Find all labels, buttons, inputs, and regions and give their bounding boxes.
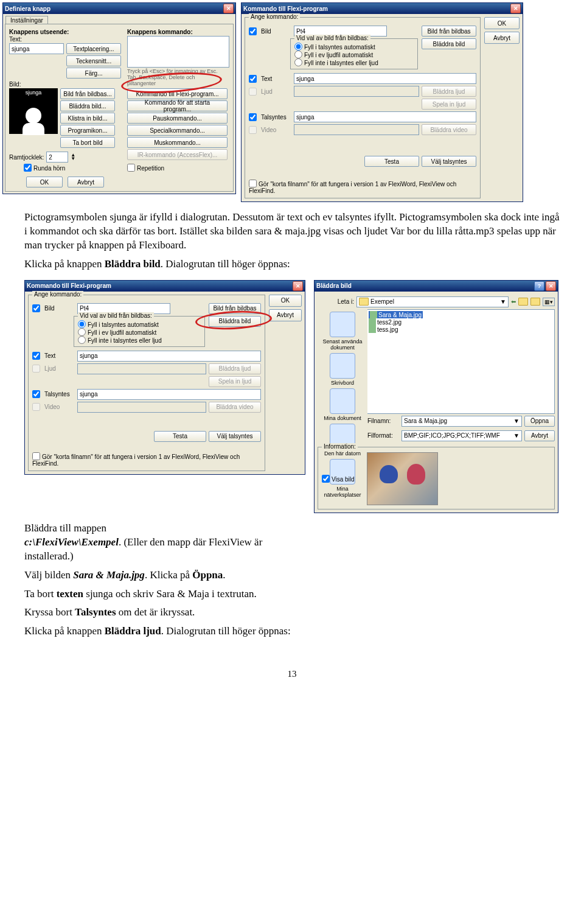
valj-talsyntes-button[interactable]: Välj talsyntes: [422, 156, 476, 167]
titlebar[interactable]: Definiera knapp ✕: [3, 3, 235, 14]
close-icon[interactable]: ✕: [293, 281, 303, 291]
color-button[interactable]: Färg...: [66, 68, 121, 79]
bild-checkbox[interactable]: [249, 27, 257, 35]
flexi-command-dialog: Kommando till Flexi-program ✕ Ange komma…: [241, 2, 523, 202]
info-label: Information:: [322, 443, 358, 450]
mouse-cmd-button[interactable]: Muskommando...: [127, 137, 228, 148]
bild-from-db-button[interactable]: Bild från bildbas: [209, 303, 261, 314]
text-input[interactable]: [294, 73, 476, 84]
font-button[interactable]: Teckensnitt...: [66, 55, 121, 66]
ljud-label: Ljud: [44, 365, 75, 372]
flexi-cmd-button[interactable]: Kommando till Flexi-program...: [127, 88, 228, 99]
bild-checkbox[interactable]: [32, 304, 40, 312]
image-preview: [367, 452, 438, 505]
define-button-dialog: Definiera knapp ✕ Inställningar Knappens…: [2, 2, 236, 194]
ljud-checkbox: [249, 88, 257, 96]
pause-cmd-button[interactable]: Pauskommando...: [127, 113, 228, 124]
opt3-label: Fyll inte i talsyntes eller ljud: [304, 60, 378, 66]
titlebar[interactable]: Kommando till Flexi-program ✕: [242, 3, 523, 14]
titlebar[interactable]: Bläddra bild ? ✕: [315, 281, 558, 292]
testa-button[interactable]: Testa: [364, 156, 419, 167]
browse-ljud-button: Bläddra ljud: [209, 363, 261, 374]
browse-pic-button[interactable]: Bläddra bild...: [60, 100, 115, 111]
filetype-select[interactable]: BMP;GIF;ICO;JPG;PCX;TIFF;WMF▼: [401, 430, 522, 441]
ok-button[interactable]: OK: [484, 17, 520, 29]
pictogram-preview: sjunga: [9, 88, 58, 134]
text-checkbox[interactable]: [249, 75, 257, 83]
sidebar-mydocs[interactable]: Mina dokument: [318, 388, 367, 421]
help-icon[interactable]: ?: [534, 281, 544, 291]
text-placement-button[interactable]: Textplacering...: [66, 43, 121, 54]
opt3-radio[interactable]: [294, 58, 302, 66]
frame-thick-input[interactable]: [46, 152, 68, 163]
command-box[interactable]: [127, 36, 229, 68]
file-list[interactable]: Sara & Maja.jpg tess2.jpg tess.jpg: [367, 309, 555, 414]
bild-from-db-button[interactable]: Bild från bildbas: [422, 26, 476, 37]
back-icon[interactable]: ⬅: [511, 298, 516, 305]
repetition-checkbox[interactable]: [127, 164, 135, 172]
round-corners-checkbox[interactable]: [24, 164, 32, 172]
ir-cmd-button: IR-kommando (AccessFlex)...: [127, 149, 228, 160]
talsyntes-input[interactable]: [77, 389, 261, 400]
flexi-command-dialog-copy: Kommando till Flexi-program ✕ Ange komma…: [24, 280, 305, 475]
record-ljud-button: Spela in ljud: [209, 376, 261, 387]
label-text: Text:: [9, 36, 121, 43]
file-item[interactable]: tess.jpg: [369, 326, 553, 333]
image-file-icon: [369, 318, 376, 326]
sidebar-desktop[interactable]: Skrivbord: [318, 353, 367, 386]
tab-settings[interactable]: Inställningar: [5, 16, 48, 24]
opt3-radio[interactable]: [78, 336, 86, 344]
group-label: Ange kommando:: [249, 13, 300, 20]
open-button[interactable]: Öppna: [524, 416, 555, 427]
filename-input[interactable]: Sara & Maja.jpg▼: [401, 416, 522, 427]
up-folder-icon[interactable]: [518, 298, 528, 306]
browse-bild-button[interactable]: Bläddra bild: [422, 38, 476, 49]
opt2-radio[interactable]: [294, 51, 302, 58]
text-input[interactable]: [9, 43, 64, 54]
opt2-radio[interactable]: [78, 328, 86, 336]
cancel-button[interactable]: Avbryt: [269, 309, 302, 321]
talsyntes-input[interactable]: [294, 111, 476, 122]
view-menu-icon[interactable]: ▦▾: [543, 298, 555, 306]
valj-talsyntes-button[interactable]: Välj talsyntes: [209, 431, 261, 442]
file-item[interactable]: tess2.jpg: [369, 318, 553, 326]
text-checkbox[interactable]: [32, 352, 40, 360]
browse-bild-button[interactable]: Bläddra bild: [209, 316, 261, 327]
program-icon-button[interactable]: Programikon...: [60, 125, 115, 136]
text-input[interactable]: [77, 351, 261, 362]
sidebar-recent[interactable]: Senast använda dokument: [318, 312, 367, 351]
pictogram-caption: sjunga: [24, 88, 43, 97]
talsyntes-checkbox[interactable]: [249, 113, 257, 121]
pic-from-db-button[interactable]: Bild från bildbas...: [60, 88, 115, 99]
special-cmd-button[interactable]: Specialkommando...: [127, 125, 228, 136]
page-number: 13: [24, 669, 560, 679]
cancel-button[interactable]: Avbryt: [524, 430, 555, 441]
close-icon[interactable]: ✕: [223, 4, 234, 13]
show-image-checkbox[interactable]: [322, 475, 330, 483]
ok-button[interactable]: OK: [26, 177, 63, 187]
opt1-radio[interactable]: [294, 43, 302, 51]
korta-checkbox[interactable]: [32, 452, 40, 460]
start-prog-button[interactable]: Kommando för att starta program...: [127, 100, 228, 111]
titlebar[interactable]: Kommando till Flexi-program ✕: [25, 281, 305, 292]
close-icon[interactable]: ✕: [546, 281, 556, 291]
testa-button[interactable]: Testa: [154, 431, 206, 442]
opt2-label: Fyll i ev ljudfil automatiskt: [304, 52, 373, 58]
paste-pic-button[interactable]: Klistra in bild...: [60, 113, 115, 124]
mydocs-icon: [330, 388, 355, 414]
talsyntes-checkbox[interactable]: [32, 390, 40, 398]
file-item-selected[interactable]: Sara & Maja.jpg: [369, 311, 423, 318]
spinner-icon[interactable]: ▲▼: [71, 153, 75, 161]
talsyntes-label: Talsyntes: [261, 114, 291, 121]
cancel-button[interactable]: Avbryt: [68, 177, 104, 187]
opt1-label: Fyll i talsyntes automatiskt: [88, 321, 159, 328]
window-title: Definiera knapp: [5, 5, 50, 12]
ok-button[interactable]: OK: [269, 295, 302, 307]
folder-select[interactable]: Exempel▼: [356, 296, 509, 307]
opt1-radio[interactable]: [78, 320, 86, 328]
cancel-button[interactable]: Avbryt: [484, 32, 520, 44]
remove-pic-button[interactable]: Ta bort bild: [60, 137, 115, 148]
close-icon[interactable]: ✕: [510, 4, 521, 13]
korta-checkbox[interactable]: [249, 180, 257, 187]
new-folder-icon[interactable]: [530, 298, 540, 306]
